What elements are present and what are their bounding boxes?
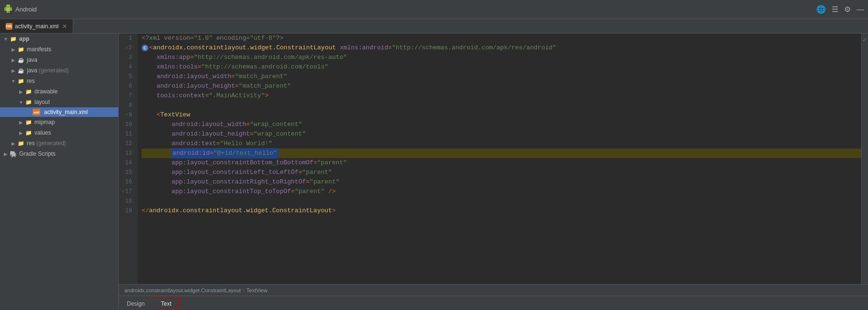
main-layout: ▼ 📁 app ▶ 📁 manifests ▶ ☕ java ▶ ☕ java … (0, 34, 868, 310)
expand-arrow-manifests: ▶ (10, 47, 17, 52)
sidebar-item-app[interactable]: ▼ 📁 app (0, 34, 118, 44)
title-bar-actions: 🌐 ☰ ⚙ — (816, 6, 864, 13)
title-bar: Android 🌐 ☰ ⚙ — (0, 0, 868, 19)
bulb-icon[interactable]: 💡 (138, 149, 139, 158)
code-line-16: app:layout_constraintRight_toRightOf="pa… (142, 177, 861, 187)
bottom-area: androidx.constraintlayout.widget.Constra… (119, 284, 868, 310)
sidebar-item-java-generated[interactable]: ▶ ☕ java (generated) (0, 65, 118, 76)
sidebar-item-layout[interactable]: ▼ 📁 layout (0, 97, 118, 107)
validation-checkmark: ✓ (863, 35, 867, 44)
lines-button[interactable]: ☰ (832, 6, 838, 13)
line-num-15: 15 (119, 168, 134, 177)
breadcrumb-textview: TextView (246, 287, 267, 293)
tab-bar: XML activity_main.xml ✕ (0, 19, 868, 34)
code-line-11: android:layout_height="wrap_content" (142, 129, 861, 139)
sidebar-label-values: values (34, 129, 51, 136)
c-circle-icon: C (142, 45, 148, 51)
line-num-2: ▽2 (119, 43, 134, 53)
line-num-5: 5 (119, 72, 134, 81)
line-num-1: 1 (119, 34, 134, 43)
sidebar-item-manifests[interactable]: ▶ 📁 manifests (0, 44, 118, 55)
expand-arrow-app: ▼ (2, 36, 10, 42)
line-num-6: 6 (119, 81, 134, 91)
code-line-13: 💡 android:id="@+id/text_hello" (142, 149, 861, 158)
tab-text[interactable]: Text (153, 298, 179, 310)
java-icon: ☕ (17, 56, 25, 64)
code-line-15: app:layout_constraintLeft_toLeftOf="pare… (142, 168, 861, 177)
project-sidebar: ▼ 📁 app ▶ 📁 manifests ▶ ☕ java ▶ ☕ java … (0, 34, 119, 310)
expand-arrow-res-generated: ▶ (10, 141, 17, 146)
line-num-9: ▽9 (119, 110, 134, 120)
sidebar-item-values[interactable]: ▶ 📁 values (0, 127, 118, 138)
sidebar-label-res: res (27, 78, 35, 84)
code-line-3: xmlns:app="http://schemas.android.com/ap… (142, 53, 861, 62)
sidebar-label-gradle: Gradle Scripts (19, 150, 56, 157)
sidebar-item-res[interactable]: ▼ 📁 res (0, 76, 118, 86)
breadcrumb-separator: › (243, 287, 245, 293)
sidebar-item-mipmap[interactable]: ▶ 📁 mipmap (0, 117, 118, 127)
folder-icon-res: 📁 (17, 77, 25, 85)
line-num-17: ▽17 (119, 187, 134, 196)
sidebar-label-drawable: drawable (34, 88, 58, 95)
code-line-8 (142, 101, 861, 110)
sidebar-item-java[interactable]: ▶ ☕ java (0, 55, 118, 65)
code-editor[interactable]: 1 ▽2 3 4 5 6 7 8 ▽9 10 11 12 13 14 15 16… (119, 34, 868, 284)
gradle-icon: 🐘 (10, 150, 17, 158)
line-num-14: 14 (119, 158, 134, 168)
sidebar-label-java: java (27, 57, 37, 63)
sidebar-label-layout: layout (34, 99, 50, 105)
expand-arrow-res: ▼ (10, 79, 17, 84)
tab-activity-main-xml[interactable]: XML activity_main.xml ✕ (0, 19, 73, 33)
folder-icon-manifests: 📁 (17, 46, 25, 53)
code-line-2: C<androidx.constraintlayout.widget.Const… (142, 43, 861, 53)
sidebar-item-drawable[interactable]: ▶ 📁 drawable (0, 86, 118, 97)
xml-icon-activity-main: xml (33, 109, 40, 115)
expand-arrow-java-generated: ▶ (10, 68, 17, 73)
code-line-9: <TextView (142, 110, 861, 120)
minimize-button[interactable]: — (857, 6, 864, 13)
line-num-11: 11 (119, 129, 134, 139)
globe-button[interactable]: 🌐 (816, 6, 826, 13)
line-num-19: 19 (119, 206, 134, 216)
gear-button[interactable]: ⚙ (844, 6, 851, 13)
line-num-8: 8 (119, 101, 134, 110)
line-num-18: 18 (119, 196, 134, 206)
code-line-17: app:layout_constraintTop_toTopOf="parent… (142, 187, 861, 196)
line-num-7: 7 (119, 91, 134, 101)
folder-icon-res-generated: 📁 (17, 139, 25, 147)
line-num-13: 13 (119, 149, 134, 158)
code-content[interactable]: <?xml version="1.0" encoding="utf-8"?> C… (138, 34, 861, 284)
sidebar-label-activity-main: activity_main.xml (44, 109, 88, 115)
code-line-19: </androidx.constraintlayout.widget.Const… (142, 206, 861, 216)
sidebar-label-app: app (19, 35, 29, 42)
code-line-10: android:layout_width="wrap_content" (142, 120, 861, 129)
sidebar-item-res-generated[interactable]: ▶ 📁 res (generated) (0, 138, 118, 149)
code-line-7: tools:context=".MainActivity"> (142, 91, 861, 101)
breadcrumb-bar: androidx.constraintlayout.widget.Constra… (119, 284, 868, 296)
code-line-4: xmlns:tools="http://schemas.android.com/… (142, 62, 861, 72)
sidebar-label-manifests: manifests (27, 46, 51, 53)
right-gutter: ✓ (861, 34, 868, 284)
sidebar-label-res-generated: res (generated) (27, 140, 66, 147)
sidebar-item-gradle-scripts[interactable]: ▶ 🐘 Gradle Scripts (0, 149, 118, 159)
code-line-12: android:text="Hello World!" (142, 139, 861, 149)
java-generated-icon: ☕ (17, 67, 25, 74)
expand-arrow-gradle: ▶ (2, 151, 10, 157)
line-num-4: 4 (119, 62, 134, 72)
sidebar-label-java-generated: java (generated) (27, 67, 68, 74)
tab-close-button[interactable]: ✕ (62, 23, 67, 30)
line-num-12: 12 (119, 139, 134, 149)
folder-icon-values: 📁 (25, 129, 33, 137)
expand-arrow-layout: ▼ (17, 100, 25, 105)
code-line-18 (142, 196, 861, 206)
xml-file-icon: XML (6, 23, 12, 30)
code-line-5: android:layout_width="match_parent" (142, 72, 861, 81)
folder-icon-layout: 📁 (25, 98, 33, 106)
code-line-6: android:layout_height="match_parent" (142, 81, 861, 91)
tab-design[interactable]: Design (119, 298, 153, 310)
code-line-1: <?xml version="1.0" encoding="utf-8"?> (142, 34, 861, 43)
expand-arrow-values: ▶ (17, 130, 25, 136)
line-num-10: 10 (119, 120, 134, 129)
sidebar-item-activity-main-xml[interactable]: xml activity_main.xml (0, 107, 118, 117)
breadcrumb-constraintlayout: androidx.constraintlayout.widget.Constra… (124, 287, 241, 293)
